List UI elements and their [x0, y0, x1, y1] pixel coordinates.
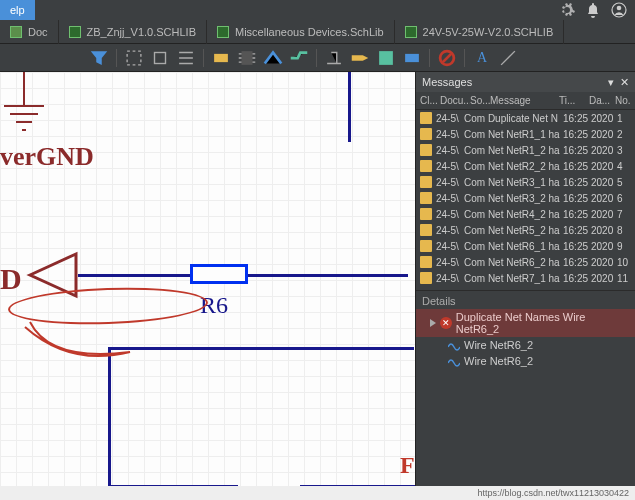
- message-row[interactable]: 24-5\Com Net NetR5_2 ha16:2520208: [416, 222, 635, 238]
- tab-label: Miscellaneous Devices.SchLib: [235, 26, 384, 38]
- svg-rect-2: [127, 51, 141, 65]
- details-header: Details: [416, 290, 635, 309]
- tab-misc-devices[interactable]: Miscellaneous Devices.SchLib: [207, 20, 395, 44]
- message-row[interactable]: 24-5\Com Duplicate Net N16:2520201: [416, 110, 635, 126]
- error-icon: ✕: [440, 317, 452, 329]
- place-sheet-icon[interactable]: [375, 47, 397, 69]
- messages-title: Messages: [422, 76, 472, 88]
- panel-menu-icon[interactable]: ▾: [608, 76, 614, 89]
- tab-24v[interactable]: 24V-5V-25W-V2.0.SCHLIB: [395, 20, 565, 44]
- line-icon[interactable]: [497, 47, 519, 69]
- folder-icon: [420, 176, 432, 188]
- folder-icon: [420, 112, 432, 124]
- svg-rect-3: [155, 52, 166, 63]
- messages-list[interactable]: 24-5\Com Duplicate Net N16:252020124-5\C…: [416, 110, 635, 286]
- folder-icon: [420, 240, 432, 252]
- folder-icon: [420, 208, 432, 220]
- folder-icon: [420, 256, 432, 268]
- message-row[interactable]: 24-5\Com Net NetR4_2 ha16:2520207: [416, 206, 635, 222]
- wire-icon: [448, 357, 460, 365]
- detail-error-row[interactable]: ✕ Duplicate Net Names Wire NetR6_2: [416, 309, 635, 337]
- statusbar: https://blog.csdn.net/twx11213030422: [0, 486, 635, 500]
- text-icon[interactable]: A: [471, 47, 493, 69]
- align-icon[interactable]: [175, 47, 197, 69]
- wire-top-right: [348, 72, 351, 142]
- wire-icon: [448, 341, 460, 349]
- message-row[interactable]: 24-5\Com Net NetR2_2 ha16:2520204: [416, 158, 635, 174]
- detail-error-text: Duplicate Net Names Wire NetR6_2: [456, 311, 629, 335]
- document-tabs: Doc ZB_Znjj_V1.0.SCHLIB Miscellaneous De…: [0, 20, 635, 44]
- svg-rect-6: [379, 51, 393, 65]
- detail-wire-row[interactable]: Wire NetR6_2: [416, 353, 635, 369]
- detail-wire-text: Wire NetR6_2: [464, 355, 533, 367]
- select-icon[interactable]: [123, 47, 145, 69]
- svg-marker-14: [30, 254, 76, 296]
- label-vergnd: verGND: [0, 142, 94, 172]
- folder-icon: [420, 160, 432, 172]
- place-ic-icon[interactable]: [236, 47, 258, 69]
- message-row[interactable]: 24-5\Com Net NetR1_2 ha16:2520203: [416, 142, 635, 158]
- folder-icon: [420, 272, 432, 284]
- menubar: elp: [0, 0, 635, 20]
- menu-help[interactable]: elp: [0, 0, 35, 20]
- messages-column-header[interactable]: Cl... Docu... So... Message Ti... Da... …: [416, 92, 635, 110]
- svg-rect-7: [405, 53, 419, 61]
- label-r6: R6: [200, 292, 228, 319]
- place-bus-icon[interactable]: [288, 47, 310, 69]
- resistor-r6: [190, 264, 248, 284]
- power-gnd-symbol: [0, 72, 70, 152]
- no-erc-icon[interactable]: [436, 47, 458, 69]
- detail-wire-row[interactable]: Wire NetR6_2: [416, 337, 635, 353]
- place-part-icon[interactable]: [210, 47, 232, 69]
- messages-panel: Messages ▾ ✕ Cl... Docu... So... Message…: [415, 72, 635, 486]
- place-wire-icon[interactable]: [262, 47, 284, 69]
- messages-panel-header[interactable]: Messages ▾ ✕: [416, 72, 635, 92]
- message-row[interactable]: 24-5\Com Net NetR3_2 ha16:2520206: [416, 190, 635, 206]
- move-icon[interactable]: [149, 47, 171, 69]
- schematic-toolbar: A: [0, 44, 635, 72]
- status-url: https://blog.csdn.net/twx11213030422: [477, 488, 629, 498]
- place-net-icon[interactable]: [323, 47, 345, 69]
- expand-triangle-icon[interactable]: [430, 319, 436, 327]
- tab-zb-znjj[interactable]: ZB_Znjj_V1.0.SCHLIB: [59, 20, 207, 44]
- port-d-triangle: [26, 250, 86, 300]
- folder-icon: [420, 224, 432, 236]
- tab-label: ZB_Znjj_V1.0.SCHLIB: [87, 26, 196, 38]
- filter-icon[interactable]: [88, 47, 110, 69]
- wire-rect-top: [108, 347, 414, 350]
- detail-wire-text: Wire NetR6_2: [464, 339, 533, 351]
- folder-icon: [420, 144, 432, 156]
- panel-close-icon[interactable]: ✕: [620, 76, 629, 89]
- schematic-canvas[interactable]: verGND D R6 F: [0, 72, 415, 486]
- user-icon[interactable]: [611, 2, 627, 18]
- place-harness-icon[interactable]: [401, 47, 423, 69]
- tab-label: Doc: [28, 26, 48, 38]
- message-row[interactable]: 24-5\Com Net NetR7_1 ha16:25202011: [416, 270, 635, 286]
- message-row[interactable]: 24-5\Com Net NetR6_2 ha16:25202010: [416, 254, 635, 270]
- message-row[interactable]: 24-5\Com Net NetR3_1 ha16:2520205: [416, 174, 635, 190]
- svg-point-1: [617, 6, 622, 11]
- folder-icon: [420, 192, 432, 204]
- place-port-icon[interactable]: [349, 47, 371, 69]
- folder-icon: [420, 128, 432, 140]
- svg-rect-4: [214, 53, 228, 61]
- message-row[interactable]: 24-5\Com Net NetR6_1 ha16:2520209: [416, 238, 635, 254]
- wire-rect-left: [108, 347, 111, 486]
- message-row[interactable]: 24-5\Com Net NetR1_1 ha16:2520202: [416, 126, 635, 142]
- label-d: D: [0, 262, 22, 296]
- tab-label: 24V-5V-25W-V2.0.SCHLIB: [423, 26, 554, 38]
- svg-rect-5: [242, 51, 253, 65]
- label-f-cut: F: [400, 452, 415, 479]
- bell-icon[interactable]: [585, 2, 601, 18]
- gear-icon[interactable]: [559, 2, 575, 18]
- tab-doc[interactable]: Doc: [0, 20, 59, 44]
